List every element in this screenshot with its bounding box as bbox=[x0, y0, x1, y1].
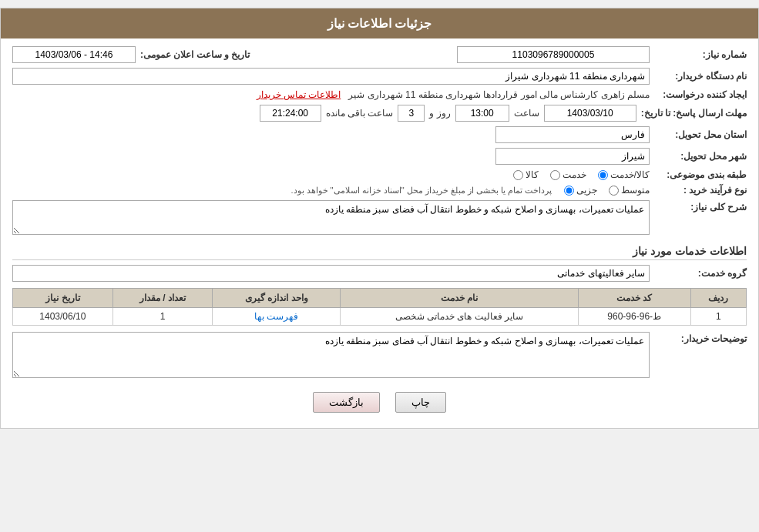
purchase-jozi-option[interactable]: جزیی bbox=[564, 185, 597, 196]
city-input[interactable] bbox=[495, 148, 650, 165]
cell-quantity: 1 bbox=[113, 308, 213, 326]
city-row: شهر محل تحویل: bbox=[12, 148, 747, 165]
reply-remaining-input[interactable] bbox=[260, 105, 321, 122]
need-number-row: شماره نیاز: تاریخ و ساعت اعلان عمومی: bbox=[12, 46, 747, 63]
service-group-row: گروه خدمت: bbox=[12, 265, 747, 282]
purchase-mota-option[interactable]: متوسط bbox=[609, 185, 650, 196]
purchase-mota-label: متوسط bbox=[621, 185, 650, 196]
reply-remaining-label: ساعت باقی مانده bbox=[326, 108, 394, 119]
creator-label: ایجاد کننده درخواست: bbox=[654, 89, 747, 100]
purchase-notice: پرداخت تمام یا بخشی از مبلغ خریداز محل "… bbox=[291, 186, 552, 196]
services-table: ردیف کد خدمت نام خدمت واحد اندازه گیری ت… bbox=[12, 288, 747, 326]
purchase-type-radio-group: جزیی متوسط bbox=[564, 185, 650, 196]
description-value: عملیات تعمیرات، بهسازی و اصلاح شبکه و خط… bbox=[12, 200, 650, 237]
purchase-mota-radio[interactable] bbox=[609, 186, 619, 196]
buyer-desc-row: توضیحات خریدار: عملیات تعمیرات، بهسازی و… bbox=[12, 332, 747, 380]
category-label: طبقه بندی موضوعی: bbox=[654, 169, 747, 180]
reply-days-input[interactable] bbox=[398, 105, 425, 122]
category-kala-khedmat-option[interactable]: کالا/خدمت bbox=[598, 169, 650, 180]
reply-deadline-row: مهلت ارسال پاسخ: تا تاریخ: ساعت روز و سا… bbox=[12, 105, 747, 122]
print-button[interactable]: چاپ bbox=[395, 392, 446, 413]
buyer-org-row: نام دستگاه خریدار: bbox=[12, 68, 747, 85]
buyer-desc-textarea[interactable]: عملیات تعمیرات، بهسازی و اصلاح شبکه و خط… bbox=[12, 332, 650, 378]
creator-row: ایجاد کننده درخواست: مسلم زاهری کارشناس … bbox=[12, 89, 747, 100]
back-button[interactable]: بازگشت bbox=[313, 392, 380, 413]
purchase-jozi-label: جزیی bbox=[576, 185, 597, 196]
services-section-title: اطلاعات خدمات مورد نیاز bbox=[12, 245, 747, 260]
cell-date: 1403/06/10 bbox=[13, 308, 113, 326]
table-header-row: ردیف کد خدمت نام خدمت واحد اندازه گیری ت… bbox=[13, 289, 747, 308]
col-service-code: کد خدمت bbox=[578, 289, 690, 308]
category-radio-group: کالا خدمت کالا/خدمت bbox=[513, 169, 650, 180]
category-kala-khedmat-radio[interactable] bbox=[598, 170, 608, 180]
category-khedmat-option[interactable]: خدمت bbox=[550, 169, 586, 180]
province-label: استان محل تحویل: bbox=[654, 129, 747, 140]
reply-date-input[interactable] bbox=[544, 105, 636, 122]
purchase-type-row: نوع فرآیند خرید : جزیی متوسط پرداخت تمام… bbox=[12, 185, 747, 196]
description-textarea[interactable]: عملیات تعمیرات، بهسازی و اصلاح شبکه و خط… bbox=[12, 200, 650, 235]
creator-value: مسلم زاهری کارشناس مالی امور قراردادها ش… bbox=[12, 89, 650, 100]
buyer-desc-value: عملیات تعمیرات، بهسازی و اصلاح شبکه و خط… bbox=[12, 332, 650, 380]
need-number-input[interactable] bbox=[457, 46, 650, 63]
table-row: 1 ط-96-96-960 سایر فعالیت های خدماتی شخص… bbox=[13, 308, 747, 326]
cell-service-code: ط-96-96-960 bbox=[578, 308, 690, 326]
category-kala-option[interactable]: کالا bbox=[513, 169, 539, 180]
cell-unit: فهرست بها bbox=[213, 308, 341, 326]
category-khedmat-label: خدمت bbox=[563, 169, 586, 180]
description-row: شرح کلی نیاز: عملیات تعمیرات، بهسازی و ا… bbox=[12, 200, 747, 237]
reply-deadline-label: مهلت ارسال پاسخ: تا تاریخ: bbox=[641, 108, 747, 119]
action-buttons: چاپ بازگشت bbox=[12, 392, 747, 413]
city-label: شهر محل تحویل: bbox=[654, 151, 747, 162]
buyer-org-input[interactable] bbox=[12, 68, 650, 85]
contact-link[interactable]: اطلاعات تماس خریدار bbox=[257, 89, 341, 100]
category-khedmat-radio[interactable] bbox=[550, 170, 560, 180]
province-input[interactable] bbox=[495, 126, 650, 143]
category-kala-khedmat-label: کالا/خدمت bbox=[610, 169, 650, 180]
service-group-input[interactable] bbox=[12, 265, 650, 282]
reply-time-input[interactable] bbox=[455, 105, 509, 122]
cell-service-name: سایر فعالیت های خدماتی شخصی bbox=[341, 308, 578, 326]
page-header: جزئیات اطلاعات نیاز bbox=[1, 8, 758, 38]
service-group-label: گروه خدمت: bbox=[654, 268, 747, 279]
purchase-jozi-radio[interactable] bbox=[564, 186, 574, 196]
category-row: طبقه بندی موضوعی: کالا خدمت کالا/خدمت bbox=[12, 169, 747, 180]
page-title: جزئیات اطلاعات نیاز bbox=[327, 17, 432, 30]
reply-day-label: روز و bbox=[429, 108, 450, 119]
col-row-num: ردیف bbox=[690, 289, 746, 308]
col-quantity: تعداد / مقدار bbox=[113, 289, 213, 308]
cell-row-num: 1 bbox=[690, 308, 746, 326]
need-number-label: شماره نیاز: bbox=[654, 49, 747, 60]
services-table-container: ردیف کد خدمت نام خدمت واحد اندازه گیری ت… bbox=[12, 288, 747, 326]
category-kala-label: کالا bbox=[526, 169, 539, 180]
buyer-desc-label: توضیحات خریدار: bbox=[654, 332, 747, 344]
description-label: شرح کلی نیاز: bbox=[654, 200, 747, 212]
announce-datetime-label: تاریخ و ساعت اعلان عمومی: bbox=[140, 49, 250, 60]
reply-time-label: ساعت bbox=[514, 108, 539, 119]
province-row: استان محل تحویل: bbox=[12, 126, 747, 143]
col-date: تاریخ نیاز bbox=[13, 289, 113, 308]
announce-datetime-input[interactable] bbox=[12, 46, 136, 63]
purchase-type-label: نوع فرآیند خرید : bbox=[654, 185, 747, 196]
category-kala-radio[interactable] bbox=[513, 170, 523, 180]
col-unit: واحد اندازه گیری bbox=[213, 289, 341, 308]
col-service-name: نام خدمت bbox=[341, 289, 578, 308]
buyer-org-label: نام دستگاه خریدار: bbox=[654, 71, 747, 82]
